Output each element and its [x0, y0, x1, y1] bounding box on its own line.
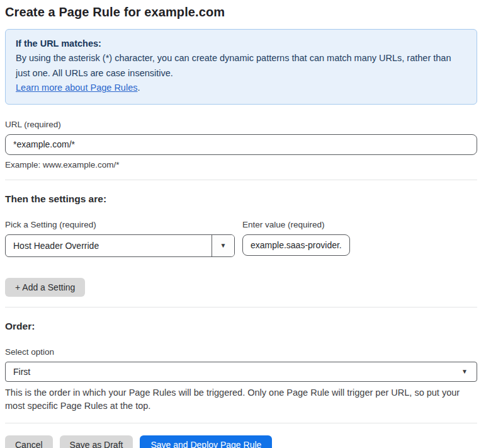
cancel-button[interactable]: Cancel: [5, 435, 53, 448]
link-suffix: .: [137, 83, 140, 93]
create-page-rule-panel: Create a Page Rule for example.com If th…: [0, 0, 486, 448]
url-field-label: URL (required): [5, 120, 477, 129]
pick-setting-dropdown[interactable]: Host Header Override ▼: [5, 234, 235, 257]
setting-value-input[interactable]: [242, 234, 350, 256]
info-box-heading: If the URL matches:: [16, 37, 466, 51]
dropdown-arrow-button[interactable]: ▼: [212, 235, 234, 256]
footer-actions: Cancel Save as Draft Save and Deploy Pag…: [5, 435, 477, 448]
pick-setting-selected-value: Host Header Override: [6, 235, 212, 256]
order-select-label: Select option: [5, 347, 477, 357]
order-help-text: This is the order in which your Page Rul…: [5, 386, 471, 413]
page-title: Create a Page Rule for example.com: [5, 5, 477, 20]
chevron-down-icon: ▼: [461, 369, 468, 375]
info-box-body: By using the asterisk (*) character, you…: [16, 51, 463, 81]
settings-section-heading: Then the settings are:: [5, 193, 477, 205]
add-setting-button[interactable]: + Add a Setting: [5, 278, 85, 297]
divider: [5, 307, 477, 307]
save-as-draft-button[interactable]: Save as Draft: [60, 435, 133, 448]
pick-setting-column: Pick a Setting (required) Host Header Ov…: [5, 205, 235, 257]
order-selected-value: First: [13, 367, 30, 377]
url-match-info-box: If the URL matches: By using the asteris…: [5, 29, 477, 105]
order-select[interactable]: First ▼: [5, 362, 477, 382]
settings-row: Pick a Setting (required) Host Header Ov…: [5, 205, 477, 257]
enter-value-label: Enter value (required): [242, 220, 350, 229]
enter-value-column: Enter value (required): [242, 210, 350, 256]
divider: [5, 423, 477, 423]
divider: [5, 180, 477, 180]
order-section-heading: Order:: [5, 321, 477, 332]
url-example-help: Example: www.example.com/*: [5, 160, 477, 169]
url-input[interactable]: [5, 134, 477, 155]
info-box-link-line: Learn more about Page Rules.: [16, 81, 466, 95]
pick-setting-label: Pick a Setting (required): [5, 220, 235, 229]
chevron-down-icon: ▼: [220, 243, 227, 249]
save-and-deploy-button[interactable]: Save and Deploy Page Rule: [140, 435, 272, 448]
learn-more-link[interactable]: Learn more about Page Rules: [16, 83, 137, 93]
